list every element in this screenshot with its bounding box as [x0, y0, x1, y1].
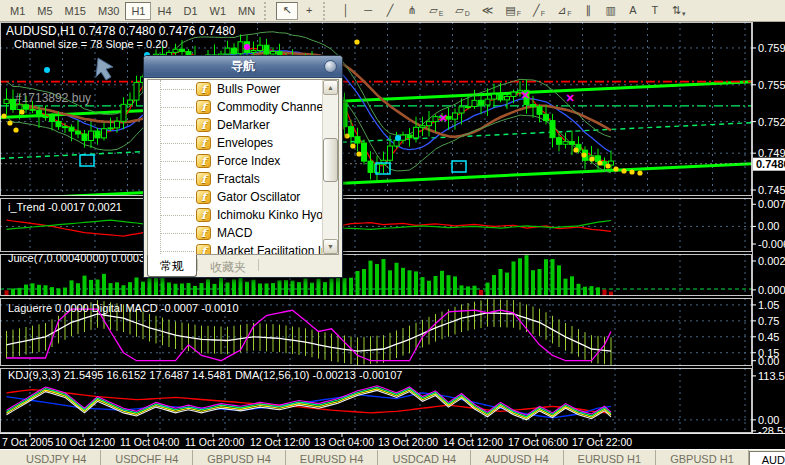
timeframe-m15[interactable]: M15	[59, 2, 92, 20]
trade-marker: ✕	[520, 89, 529, 101]
chart-tab-usdcad-h4[interactable]: USDCAD H4	[378, 450, 471, 465]
svg-text:0.7555: 0.7555	[758, 79, 785, 91]
time-axis: 7 Oct 200510 Oct 12:0011 Oct 04:0011 Oct…	[0, 433, 785, 449]
chart-tab-gbpusd-h1[interactable]: GBPUSD H1	[656, 450, 749, 465]
horizontal-line-tool[interactable]: ─	[357, 2, 379, 20]
cursor-tool[interactable]: ↖	[276, 2, 298, 20]
navigator-dialog: 导航 fBulls PowerfCommodity Channel InfDeM…	[143, 55, 343, 278]
chart-tab-usdchf-h4[interactable]: USDCHF H4	[101, 450, 193, 465]
time-axis-label: 17 Oct 06:00	[508, 436, 568, 448]
trade-marker	[1, 113, 6, 118]
trade-marker	[597, 160, 602, 165]
cycle-lines-tool[interactable]: ▥	[599, 2, 621, 20]
navigator-item[interactable]: fGator Oscillator	[148, 188, 338, 206]
navigator-item-label: Ichimoku Kinko Hyo	[217, 208, 323, 222]
trendline-tool[interactable]: ╱	[379, 2, 401, 20]
timeframe-button-group: M1M5M15M30H1H4D1W1MN	[4, 2, 261, 20]
time-axis-label: 11 Oct 20:00	[185, 436, 245, 448]
timeframe-d1[interactable]: D1	[178, 2, 204, 20]
chart-tab-usdjpy-h4[interactable]: USDJPY H4	[12, 450, 101, 465]
close-icon[interactable]	[324, 60, 337, 73]
vertical-line-tool[interactable]: │	[335, 2, 357, 20]
time-axis-label: 7 Oct 2005	[2, 436, 54, 448]
stddev-channel-tool[interactable]: ▱D	[449, 2, 476, 20]
navigator-item[interactable]: fDeMarker	[148, 116, 338, 134]
toolbar-grip[interactable]	[264, 2, 273, 20]
navigator-item[interactable]: fBulls Power	[148, 80, 338, 98]
svg-text:0.00: 0.00	[758, 220, 779, 232]
fibo-channel-icon: ╱	[533, 5, 540, 16]
svg-text:0.0020: 0.0020	[758, 255, 785, 267]
text-tool[interactable]: A	[622, 2, 644, 20]
time-axis-label: 13 Oct 04:00	[314, 436, 374, 448]
fibo-channel-tool[interactable]: ╱F	[527, 2, 551, 20]
navigator-item[interactable]: fFractals	[148, 170, 338, 188]
parallel-lines-tool[interactable]: ∥	[577, 2, 599, 20]
equidistant-channel-tool[interactable]: ▱E	[423, 2, 449, 20]
arrows-dropdown-tool[interactable]: ⇅▾	[666, 2, 692, 20]
svg-text:-0.0062: -0.0062	[758, 238, 785, 250]
andrews-pitchfork-icon: ⋔	[408, 5, 417, 16]
navigator-item[interactable]: fIchimoku Kinko Hyo	[148, 206, 338, 224]
scrollbar-thumb[interactable]	[323, 138, 338, 182]
indicator-function-icon: f	[196, 208, 211, 222]
timeframe-m30[interactable]: M30	[92, 2, 125, 20]
timeframe-mn[interactable]: MN	[232, 2, 261, 20]
gann-fan-tool[interactable]: ≪	[476, 2, 500, 20]
timeframe-h4[interactable]: H4	[151, 2, 177, 20]
svg-text:1.05: 1.05	[758, 299, 779, 311]
chart-canvas[interactable]: ✕✕✕0.75900.75550.75200.74900.74550.74800…	[0, 22, 785, 449]
trade-marker	[44, 67, 50, 73]
scroll-down-icon[interactable]: ▼	[323, 239, 338, 254]
navigator-item[interactable]: fForce Index	[148, 152, 338, 170]
timeframe-m1[interactable]: M1	[4, 2, 31, 20]
horizontal-line-icon: ─	[364, 5, 372, 16]
chart-tab-audusd-h4[interactable]: AUDUSD H4	[471, 450, 564, 465]
indicator-function-icon: f	[196, 244, 211, 255]
gann-fan-icon: ≪	[482, 5, 494, 16]
trade-marker	[395, 135, 401, 141]
timeframe-h1[interactable]: H1	[125, 2, 151, 20]
chart-tab-eurusd-h1[interactable]: EURUSD H1	[564, 450, 657, 465]
navigator-titlebar[interactable]: 导航	[144, 56, 342, 78]
timeframe-m5[interactable]: M5	[31, 2, 58, 20]
indicator-function-icon: f	[196, 118, 211, 132]
svg-text:0.75: 0.75	[758, 315, 779, 327]
chart-tab-audusd-h1[interactable]: AUDUSD H1	[749, 451, 785, 465]
scroll-up-icon[interactable]: ▲	[323, 80, 338, 95]
andrews-pitchfork-tool[interactable]: ⋔	[401, 2, 423, 20]
svg-text:0.7455: 0.7455	[758, 184, 785, 196]
vertical-line-icon: │	[343, 5, 350, 16]
navigator-item-label: Envelopes	[217, 136, 273, 150]
navigator-item[interactable]: fMACD	[148, 224, 338, 242]
navigator-item-label: Market Facilitation Ind	[217, 244, 334, 255]
navigator-scrollbar[interactable]: ▲ ▼	[322, 80, 338, 254]
navigator-tab-favorites[interactable]: 收藏夹	[198, 255, 258, 277]
svg-text:0.0003: 0.0003	[758, 284, 785, 296]
fibo-retracement-icon-sub: F	[517, 10, 521, 17]
arrows-dropdown-icon: ⇅	[672, 5, 681, 16]
fibo-channel-icon-sub: F	[541, 10, 545, 17]
text-label-tool[interactable]: T	[644, 2, 666, 20]
timeframe-w1[interactable]: W1	[204, 2, 233, 20]
chart-tab-eurusd-h4[interactable]: EURUSD H4	[286, 450, 379, 465]
crosshair-icon: +	[306, 5, 312, 16]
navigator-item[interactable]: fEnvelopes	[148, 134, 338, 152]
fibo-retracement-tool[interactable]: ▤F	[499, 2, 527, 20]
fibo-fan-tool[interactable]: ⊿F	[551, 2, 578, 20]
svg-text:0.7590: 0.7590	[758, 42, 785, 54]
navigator-tab-common[interactable]: 常规	[147, 254, 197, 277]
toolbar-grip[interactable]	[323, 2, 332, 20]
cycle-lines-icon: ▥	[605, 5, 615, 16]
navigator-tabs: 常规收藏夹	[144, 255, 342, 277]
pane-title-0: i_Trend -0.0017 0.0021	[8, 201, 122, 213]
stddev-channel-icon-sub: D	[465, 10, 470, 17]
chart-tab-gbpusd-h4[interactable]: GBPUSD H4	[193, 450, 286, 465]
trade-marker: ✕	[565, 92, 574, 104]
navigator-item[interactable]: fCommodity Channel In	[148, 98, 338, 116]
navigator-item-label: Gator Oscillator	[217, 190, 300, 204]
crosshair-tool[interactable]: +	[298, 2, 320, 20]
trade-marker	[613, 166, 618, 171]
current-price-box: 0.7480	[756, 158, 785, 170]
trendline-icon: ╱	[387, 5, 394, 16]
